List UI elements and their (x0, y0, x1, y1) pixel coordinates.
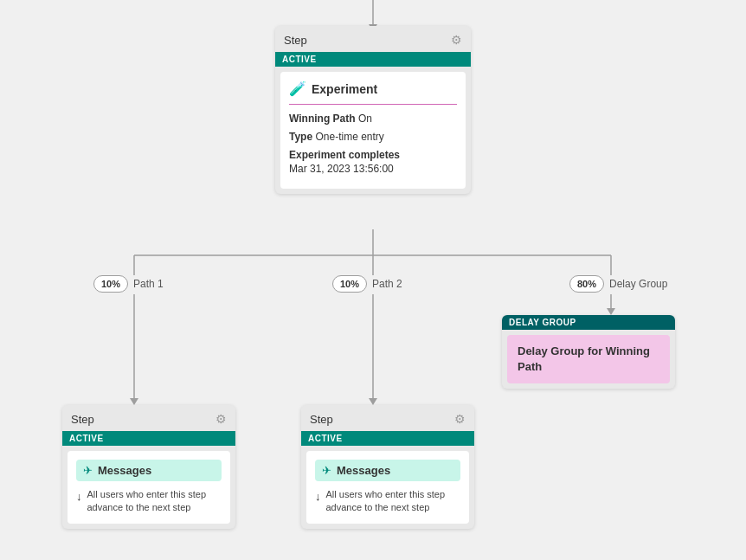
path2-percent: 10% (332, 275, 367, 293)
right-active-badge: ACTIVE (301, 431, 474, 446)
path1-percent: 10% (93, 275, 128, 293)
left-advance-row: ↓ All users who enter this step advance … (76, 488, 222, 515)
completes-value: Mar 31, 2023 13:56:00 (289, 163, 394, 175)
winning-path-value: On (358, 113, 372, 125)
right-advance-row: ↓ All users who enter this step advance … (315, 488, 460, 515)
top-step-title: Step (284, 34, 307, 47)
svg-marker-6 (130, 398, 138, 405)
left-step-header: Step ⚙ (62, 405, 235, 431)
right-messages-title: Messages (337, 464, 390, 477)
right-messages-header: ✈ Messages (315, 460, 460, 481)
top-step-header: Step ⚙ (275, 26, 471, 52)
left-step-title: Step (71, 413, 94, 426)
right-send-icon: ✈ (322, 464, 331, 477)
canvas: Step ⚙ ACTIVE 🧪 Experiment Winning Path … (0, 0, 746, 560)
left-gear-icon[interactable]: ⚙ (215, 412, 227, 426)
top-step-card: Step ⚙ ACTIVE 🧪 Experiment Winning Path … (275, 26, 471, 194)
delay-group-card: DELAY GROUP Delay Group for Winning Path (502, 315, 675, 389)
completes-row: Experiment completes Mar 31, 2023 13:56:… (289, 148, 457, 177)
right-gear-icon[interactable]: ⚙ (454, 412, 466, 426)
right-advance-text: All users who enter this step advance to… (326, 488, 461, 515)
delay-percent: 80% (569, 275, 604, 293)
left-step-content: ✈ Messages ↓ All users who enter this st… (68, 451, 230, 524)
path1-name: Path 1 (133, 278, 164, 290)
delay-group-label: 80% Delay Group (569, 275, 667, 293)
winning-path-row: Winning Path On (289, 112, 457, 126)
left-messages-title: Messages (98, 464, 151, 477)
right-step-content: ✈ Messages ↓ All users who enter this st… (306, 451, 469, 524)
right-step-header: Step ⚙ (301, 405, 474, 431)
top-gear-icon[interactable]: ⚙ (451, 33, 462, 47)
left-send-icon: ✈ (83, 464, 93, 477)
path2-name: Path 2 (372, 278, 402, 290)
experiment-title: Experiment (312, 82, 377, 96)
left-down-arrow-icon: ↓ (76, 489, 82, 505)
svg-marker-9 (369, 398, 377, 405)
right-step-title: Step (310, 413, 333, 426)
right-down-arrow-icon: ↓ (315, 489, 321, 505)
experiment-header: 🧪 Experiment (289, 80, 457, 105)
path1-label: 10% Path 1 (93, 275, 164, 293)
delay-content: Delay Group for Winning Path (507, 335, 670, 383)
type-value: One-time entry (315, 131, 383, 143)
left-messages-header: ✈ Messages (76, 460, 222, 481)
delay-name: Delay Group (609, 278, 667, 290)
path2-label: 10% Path 2 (332, 275, 402, 293)
left-step-card: Step ⚙ ACTIVE ✈ Messages ↓ All users who… (62, 405, 235, 529)
top-active-badge: ACTIVE (275, 52, 471, 67)
left-active-badge: ACTIVE (62, 431, 235, 446)
type-row: Type One-time entry (289, 130, 457, 145)
top-step-content: 🧪 Experiment Winning Path On Type One-ti… (280, 72, 466, 189)
delay-badge: DELAY GROUP (502, 315, 675, 330)
svg-marker-12 (607, 308, 615, 315)
flask-icon: 🧪 (289, 80, 306, 97)
left-advance-text: All users who enter this step advance to… (87, 488, 222, 515)
right-step-card: Step ⚙ ACTIVE ✈ Messages ↓ All users who… (301, 405, 474, 529)
